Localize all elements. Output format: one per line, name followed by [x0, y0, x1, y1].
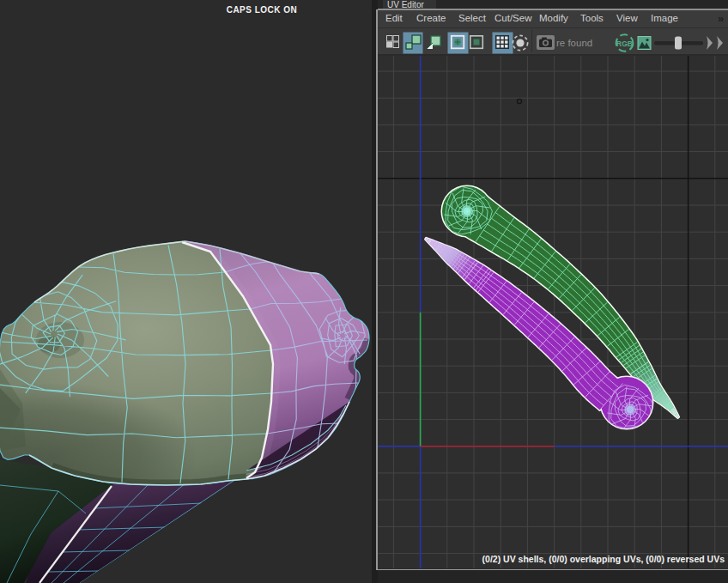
svg-text:RGB: RGB: [616, 39, 633, 48]
svg-text:re found: re found: [556, 38, 592, 48]
